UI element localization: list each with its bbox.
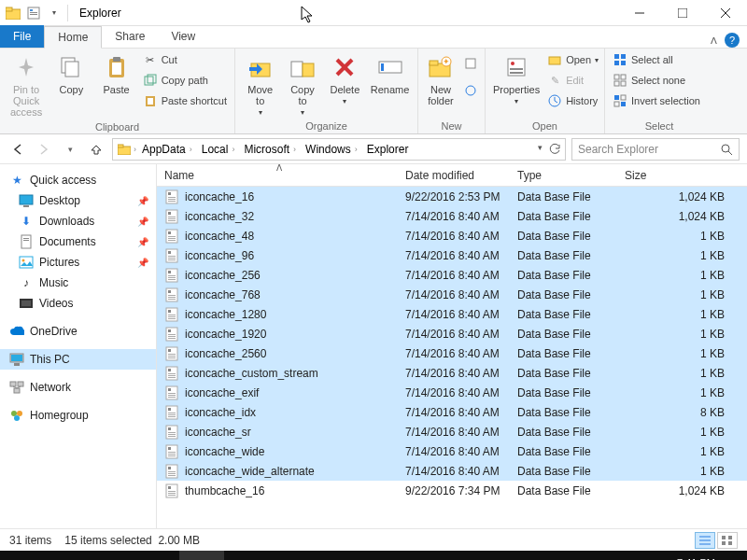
- history-button[interactable]: History: [545, 91, 600, 110]
- pin-to-quick-access-button[interactable]: Pin to Quick access: [6, 50, 47, 119]
- tab-home[interactable]: Home: [44, 26, 102, 49]
- edit-button[interactable]: ✎Edit: [545, 71, 600, 90]
- recent-dropdown[interactable]: ▾: [60, 139, 80, 160]
- file-row[interactable]: iconcache_25607/14/2016 8:40 AMData Base…: [157, 343, 747, 363]
- tree-documents[interactable]: Documents📌: [0, 231, 156, 252]
- file-icon: [164, 229, 179, 244]
- select-all-button[interactable]: Select all: [611, 50, 702, 69]
- file-name: iconcache_exif: [185, 386, 259, 399]
- close-button[interactable]: [704, 0, 747, 26]
- file-row[interactable]: iconcache_custom_stream7/14/2016 8:40 AM…: [157, 363, 747, 383]
- file-row[interactable]: iconcache_7687/14/2016 8:40 AMData Base …: [157, 285, 747, 304]
- view-icons-button[interactable]: [717, 532, 738, 549]
- copy-to-button[interactable]: Copy to▾: [283, 50, 321, 119]
- tree-music[interactable]: ♪Music: [0, 273, 156, 293]
- network-icon: [9, 380, 24, 395]
- rename-button[interactable]: Rename: [368, 50, 412, 97]
- properties-button[interactable]: Properties▾: [491, 50, 542, 107]
- select-none-button[interactable]: Select none: [611, 71, 702, 90]
- file-row[interactable]: iconcache_exif7/14/2016 8:40 AMData Base…: [157, 383, 747, 402]
- window-title: Explorer: [79, 7, 121, 20]
- store-button[interactable]: [224, 551, 269, 560]
- desktop-icon: [19, 193, 34, 208]
- file-row[interactable]: iconcache_487/14/2016 8:40 AMData Base F…: [157, 226, 747, 245]
- file-row[interactable]: iconcache_idx7/14/2016 8:40 AMData Base …: [157, 402, 747, 422]
- file-row[interactable]: iconcache_19207/14/2016 8:40 AMData Base…: [157, 324, 747, 343]
- file-row[interactable]: iconcache_wide_alternate7/14/2016 8:40 A…: [157, 461, 747, 481]
- search-input[interactable]: Search Explorer: [571, 138, 740, 161]
- column-type[interactable]: Type: [510, 169, 617, 182]
- svg-point-52: [722, 145, 729, 152]
- explorer-button[interactable]: [179, 551, 224, 560]
- open-button[interactable]: Open ▾: [545, 50, 600, 69]
- invert-selection-button[interactable]: Invert selection: [611, 91, 702, 110]
- help-icon[interactable]: ?: [725, 33, 740, 48]
- tab-view[interactable]: View: [158, 25, 208, 48]
- file-row[interactable]: iconcache_sr7/14/2016 8:40 AMData Base F…: [157, 422, 747, 441]
- task-view-button[interactable]: [90, 551, 134, 560]
- column-size[interactable]: Size: [617, 169, 747, 182]
- file-row[interactable]: iconcache_2567/14/2016 8:40 AMData Base …: [157, 265, 747, 285]
- chevron-right-icon[interactable]: ›: [134, 145, 136, 154]
- paste-icon: [102, 52, 132, 82]
- tree-network[interactable]: Network: [0, 377, 156, 398]
- copy-button[interactable]: Copy: [50, 50, 92, 97]
- up-button[interactable]: [86, 139, 106, 160]
- crumb-windows[interactable]: Windows›: [302, 143, 361, 156]
- view-details-button[interactable]: [695, 532, 715, 549]
- tree-homegroup[interactable]: Homegroup: [0, 405, 156, 426]
- select-all-icon: [613, 52, 627, 67]
- paste-shortcut-button[interactable]: Paste shortcut: [141, 91, 229, 110]
- tree-quick-access[interactable]: ★Quick access: [0, 170, 156, 190]
- file-size: 1 KB: [617, 426, 747, 439]
- tree-this-pc[interactable]: This PC: [0, 349, 156, 370]
- tree-downloads[interactable]: ⬇Downloads📌: [0, 211, 156, 231]
- new-item-button[interactable]: [461, 54, 480, 73]
- svg-rect-49: [621, 102, 626, 106]
- edge-button[interactable]: [134, 551, 179, 560]
- qat-properties-icon[interactable]: [24, 4, 43, 22]
- crumb-local[interactable]: Local›: [198, 143, 239, 156]
- column-date[interactable]: Date modified: [398, 169, 510, 182]
- tree-onedrive[interactable]: OneDrive: [0, 321, 156, 342]
- file-row[interactable]: iconcache_327/14/2016 8:40 AMData Base F…: [157, 206, 747, 226]
- start-button[interactable]: [0, 551, 45, 560]
- svg-rect-86: [168, 236, 176, 237]
- minimize-button[interactable]: [618, 0, 661, 26]
- file-row[interactable]: iconcache_wide7/14/2016 8:40 AMData Base…: [157, 441, 747, 461]
- copy-path-button[interactable]: Copy path: [141, 71, 229, 90]
- file-row[interactable]: iconcache_967/14/2016 8:40 AMData Base F…: [157, 245, 747, 265]
- new-folder-button[interactable]: ✦ New folder: [424, 50, 458, 108]
- tree-pictures[interactable]: Pictures📌: [0, 252, 156, 273]
- svg-rect-121: [168, 373, 176, 374]
- file-row[interactable]: thumbcache_169/22/2016 7:34 PMData Base …: [157, 481, 747, 500]
- forward-button[interactable]: [34, 139, 54, 160]
- cut-button[interactable]: ✂Cut: [141, 50, 229, 69]
- search-button[interactable]: [45, 551, 90, 560]
- easy-access-button[interactable]: [461, 81, 480, 100]
- maximize-button[interactable]: [661, 0, 704, 26]
- refresh-icon[interactable]: [548, 143, 561, 156]
- paste-button[interactable]: Paste: [95, 50, 136, 97]
- file-row[interactable]: iconcache_12807/14/2016 8:40 AMData Base…: [157, 304, 747, 324]
- back-button[interactable]: [7, 139, 28, 160]
- crumb-explorer[interactable]: Explorer: [363, 143, 413, 156]
- file-icon: [164, 209, 179, 224]
- svg-rect-151: [168, 491, 176, 492]
- video-icon: [19, 296, 34, 311]
- tree-videos[interactable]: Videos: [0, 293, 156, 314]
- file-name: iconcache_96: [185, 249, 254, 262]
- delete-button[interactable]: Delete▾: [326, 50, 364, 107]
- crumb-appdata[interactable]: AppData›: [138, 143, 196, 156]
- crumb-microsoft[interactable]: Microsoft›: [240, 143, 300, 156]
- invert-selection-icon: [613, 93, 627, 108]
- tab-file[interactable]: File: [0, 25, 44, 48]
- address-dropdown-icon[interactable]: ▾: [538, 143, 543, 156]
- qat-dropdown-icon[interactable]: ▾: [45, 4, 63, 22]
- tab-share[interactable]: Share: [102, 25, 158, 48]
- tree-desktop[interactable]: Desktop📌: [0, 190, 156, 211]
- move-to-button[interactable]: Move to▾: [241, 50, 279, 119]
- address-bar[interactable]: › AppData› Local› Microsoft› Windows› Ex…: [112, 138, 566, 161]
- file-row[interactable]: iconcache_169/22/2016 2:53 PMData Base F…: [157, 187, 747, 206]
- chevron-up-icon[interactable]: ᐱ: [711, 35, 717, 46]
